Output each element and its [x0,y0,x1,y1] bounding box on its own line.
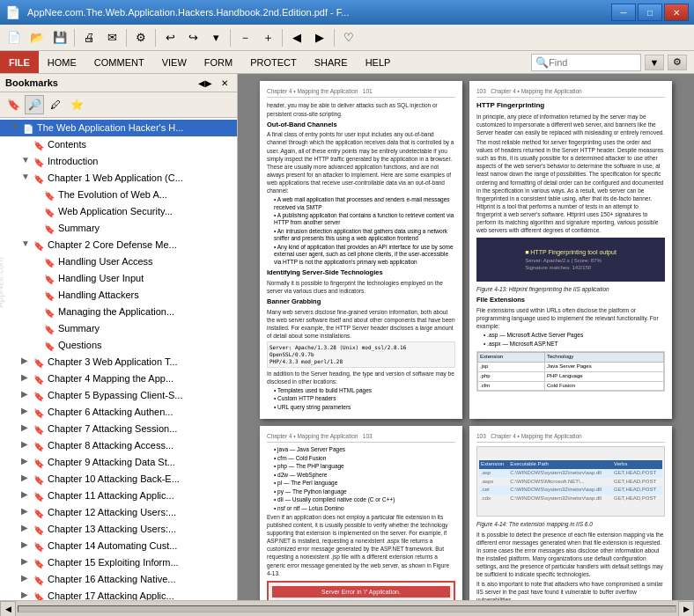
error-figure: Server Error in '/' Application. The res… [267,581,455,600]
toggle-icon: ▶ [21,506,32,516]
tree-label: Chapter 1 Web Application (C... [48,171,183,185]
tree-item-managing[interactable]: 🔖 Managing the Application... [0,304,237,320]
tree-item-ch14[interactable]: ▶ 🔖 Chapter 14 Automating Cust... [0,538,237,554]
tree-item-contents[interactable]: 🔖 Contents [0,136,237,153]
tree-label: Chapter 10 Attacking Back-E... [48,472,180,486]
favorite-icon[interactable]: ♡ [338,27,359,48]
tree-item-summary1[interactable]: 🔖 Summary [0,220,237,237]
search-input[interactable] [549,57,637,68]
page-text-5: In addition to the Server heading, the t… [267,370,455,385]
zoom-out-icon[interactable]: － [234,27,255,48]
bookmark-icon: 🔖 [32,372,46,386]
zoom-in-icon[interactable]: ＋ [257,27,278,48]
tree-item-ch3[interactable]: ▶ 🔖 Chapter 3 Web Application T... [0,354,237,370]
tree-item-ch8[interactable]: ▶ 🔖 Chapter 8 Attacking Access... [0,437,237,454]
menu-protect[interactable]: PROTECT [241,51,306,73]
undo-icon[interactable]: ↩ [159,27,181,48]
window-title: AppNee.com.The.Web.Application.Hackers.H… [27,7,349,18]
page-row-2: Chapter 4 • Mapping the Application 103 … [245,426,687,600]
tree-label: Chapter 5 Bypassing Client-S... [48,388,182,402]
menu-comment[interactable]: COMMENT [85,51,153,73]
scroll-left-btn[interactable]: ◀ [0,601,16,617]
prev-page-icon[interactable]: ◀ [286,27,307,48]
page-row-1: Chapter 4 • Mapping the Application 101 … [245,81,687,419]
minimize-button[interactable]: ─ [611,4,636,21]
tree-item-ch15[interactable]: ▶ 🔖 Chapter 15 Exploiting Inform... [0,554,237,571]
menu-home[interactable]: HOME [39,51,85,73]
toggle-icon: ▶ [21,356,32,365]
search-button[interactable]: ▼ [645,55,664,70]
tree-item-ch7[interactable]: ▶ 🔖 Chapter 7 Attacking Session... [0,421,237,437]
menu-file[interactable]: FILE [0,51,39,73]
open-icon[interactable]: 📂 [26,27,48,48]
tree-item-ch16[interactable]: ▶ 🔖 Chapter 16 Attacking Native... [0,571,237,588]
tree-item-ch11[interactable]: ▶ 🔖 Chapter 11 Attacking Applic... [0,488,237,504]
tree-item-security[interactable]: 🔖 Web Application Security... [0,203,237,220]
dropdown-icon[interactable]: ▾ [205,27,226,48]
tree-item-ch10[interactable]: ▶ 🔖 Chapter 10 Attacking Back-E... [0,471,237,488]
menu-share[interactable]: SHARE [306,51,357,73]
tree-item-ch1[interactable]: ▼ 🔖 Chapter 1 Web Application (C... [0,170,237,187]
tree-label: Handling User Access [58,254,153,268]
bookmark-tool-icon[interactable]: 🔖 [4,95,23,114]
print-icon[interactable]: 🖨 [78,27,100,48]
tree-item-questions[interactable]: 🔖 Questions [0,337,237,354]
pdf-page-106: 103 Chapter 4 • Mapping the Application … [469,426,672,600]
tree-item-ch5[interactable]: ▶ 🔖 Chapter 5 Bypassing Client-S... [0,387,237,404]
bookmark-icon: 🔖 [32,406,46,420]
tree-item-evolution[interactable]: 🔖 The Evolution of Web A... [0,187,237,203]
tree-item-ch13[interactable]: ▶ 🔖 Chapter 13 Attacking Users:... [0,521,237,538]
email-icon[interactable]: ✉ [101,27,122,48]
bullet-1: • A web mail application that processes … [274,196,455,211]
tree-item-ch4[interactable]: ▶ 🔖 Chapter 4 Mapping the App... [0,370,237,387]
sidebar-tools: 🔖 🔎 🖊 ⭐ [0,92,237,118]
tree-label: Summary [58,221,100,235]
bookmark-icon: 🔖 [32,155,46,169]
new-icon[interactable]: 📄 [4,27,25,48]
page-number-106: 103 Chapter 4 • Mapping the Application [476,433,582,440]
tree-item-ch12[interactable]: ▶ 🔖 Chapter 12 Attacking Users:... [0,504,237,521]
next-page-icon[interactable]: ▶ [309,27,330,48]
tree-item-ch9[interactable]: ▶ 🔖 Chapter 9 Attacking Data St... [0,454,237,471]
sidebar-close-btn[interactable]: ✕ [218,78,232,88]
pdf-page-103: 103 Chapter 4 • Mapping the Application … [469,81,672,419]
bookmark-icon: 🔖 [42,205,56,219]
tree-label: Chapter 13 Attacking Users:... [48,522,176,536]
menu-form[interactable]: FORM [196,51,241,73]
tree-item-root[interactable]: ▼ 📄 The Web Application Hacker's H... [0,120,237,136]
toggle-icon: ▼ [21,155,32,165]
bookmark-icon: 🔖 [42,222,56,236]
scroll-track[interactable] [18,605,676,612]
tree-item-user-access[interactable]: 🔖 Handling User Access [0,253,237,270]
tree-item-attackers[interactable]: 🔖 Handling Attackers [0,287,237,304]
pdf-viewer[interactable]: Chapter 4 • Mapping the Application 101 … [238,74,694,600]
tree-label: Chapter 3 Web Application T... [48,355,178,369]
search-settings-button[interactable]: ⚙ [668,55,687,70]
tree-item-ch17[interactable]: ▶ 🔖 Chapter 17 Attacking Applic... [0,588,237,600]
tree-item-ch6[interactable]: ▶ 🔖 Chapter 6 Attacking Authen... [0,404,237,421]
tree-item-intro[interactable]: ▼ 🔖 Introduction [0,153,237,170]
toggle-icon: ▶ [21,556,32,566]
menu-view[interactable]: VIEW [153,51,196,73]
tree-item-user-input[interactable]: 🔖 Handling User Input [0,270,237,287]
sidebar-menu-btn[interactable]: ◀▶ [195,78,216,88]
menu-bar: FILE HOME COMMENT VIEW FORM PROTECT SHAR… [0,51,694,74]
bookmark-icon: 🔖 [32,138,46,152]
sep6 [334,29,335,47]
save-icon[interactable]: 💾 [49,27,70,48]
redo-icon[interactable]: ↪ [182,27,203,48]
fp-text-2: The most reliable method for server fing… [476,138,665,234]
star-tool-icon[interactable]: ⭐ [67,95,86,114]
tree-label: Chapter 8 Attacking Access... [48,438,174,452]
tree-label: Contents [48,137,86,151]
maximize-button[interactable]: □ [638,4,662,21]
tree-item-summary2[interactable]: 🔖 Summary [0,320,237,337]
tree-item-ch2[interactable]: ▼ 🔖 Chapter 2 Core Defense Me... [0,237,237,253]
close-button[interactable]: ✕ [664,4,689,21]
settings-icon[interactable]: ⚙ [130,27,151,48]
scroll-right-btn[interactable]: ▶ [678,601,694,617]
menu-help[interactable]: HELP [357,51,400,73]
window-controls: ─ □ ✕ [611,4,689,21]
search-tool-icon[interactable]: 🔎 [25,95,44,114]
annotation-tool-icon[interactable]: 🖊 [46,95,65,114]
